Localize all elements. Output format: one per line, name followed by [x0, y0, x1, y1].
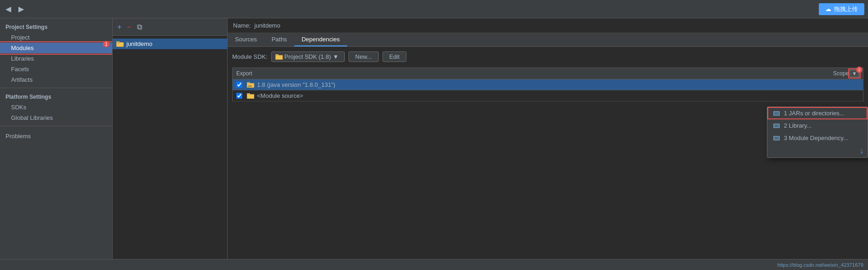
name-row: Name: junitdemo — [228, 18, 868, 33]
module-source-folder-icon — [247, 93, 254, 99]
sidebar-item-sdks[interactable]: SDKs — [0, 102, 112, 112]
content-area: Module SDK: Project SDK (1.8) ▼ New... E… — [228, 47, 868, 259]
tab-sources[interactable]: Sources — [228, 33, 264, 46]
copy-module-button[interactable]: ⧉ — [135, 22, 144, 32]
module-source-export-checkbox[interactable] — [236, 93, 242, 99]
top-toolbar: ◀ ▶ ☁ 拖拽上传 — [0, 0, 868, 18]
dependency-row-jdk[interactable]: jdk 1.8 (java version "1.8.0_131") — [232, 79, 863, 90]
sidebar-item-libraries[interactable]: Libraries — [0, 53, 112, 64]
module-folder-icon — [116, 41, 124, 47]
dropdown-item-jars[interactable]: 1 JARs or directories... — [767, 107, 868, 119]
module-source-label: <Module source> — [257, 92, 303, 99]
sidebar: Project Settings Project Modules 1 Libra… — [0, 18, 113, 259]
right-panel: Name: junitdemo Sources Paths Dependenci… — [228, 18, 868, 259]
module-panel: + − ⧉ junitdemo — [113, 18, 228, 259]
new-button[interactable]: New... — [348, 51, 379, 62]
svg-rect-6 — [276, 56, 282, 59]
svg-rect-13 — [247, 95, 254, 98]
jdk-row-content: jdk 1.8 (java version "1.8.0_131") — [247, 81, 859, 88]
remove-module-button[interactable]: − — [125, 22, 133, 32]
module-name: junitdemo — [126, 40, 152, 47]
svg-rect-15 — [774, 112, 779, 115]
add-dependency-dropdown: 1 JARs or directories... 2 Library... 3 … — [767, 107, 868, 158]
sidebar-artifacts-label: Artifacts — [11, 76, 33, 83]
sidebar-divider-2 — [0, 126, 112, 126]
dependency-row-module-source[interactable]: <Module source> — [232, 90, 863, 101]
sdk-dropdown-arrow-icon: ▼ — [333, 53, 339, 60]
sidebar-project-label: Project — [11, 34, 29, 41]
module-toolbar: + − ⧉ — [113, 18, 227, 36]
dropdown-item-module-dependency[interactable]: 3 Module Dependency... — [767, 132, 868, 144]
sidebar-libraries-label: Libraries — [11, 55, 34, 62]
problems-label: Problems — [6, 133, 31, 140]
svg-rect-19 — [774, 137, 779, 140]
dropdown-arrow-container: ↓ — [767, 144, 868, 158]
sdk-folder-icon — [275, 54, 283, 60]
scope-badge: 2 — [856, 67, 862, 73]
edit-button[interactable]: Edit — [383, 51, 406, 62]
jdk-label: 1.8 (java version "1.8.0_131") — [257, 81, 335, 88]
jars-icon — [773, 110, 780, 117]
sidebar-modules-label: Modules — [11, 45, 34, 51]
jdk-export-checkbox[interactable] — [236, 82, 242, 88]
scope-label: Scope — [833, 70, 849, 77]
sdk-row: Module SDK: Project SDK (1.8) ▼ New... E… — [232, 51, 863, 62]
export-column-header: Export — [236, 70, 804, 77]
sdk-dropdown[interactable]: Project SDK (1.8) ▼ — [271, 51, 345, 62]
tab-dependencies[interactable]: Dependencies — [294, 33, 347, 46]
sidebar-item-project[interactable]: Project — [0, 32, 112, 43]
add-module-button[interactable]: + — [115, 22, 123, 32]
sidebar-item-artifacts[interactable]: Artifacts — [0, 74, 112, 85]
name-field-label: Name: — [233, 22, 251, 29]
upload-cloud-icon: ☁ — [825, 6, 831, 12]
sidebar-item-problems[interactable]: Problems — [0, 129, 112, 141]
sidebar-facets-label: Facets — [11, 66, 29, 73]
module-tree-item-junitdemo[interactable]: junitdemo — [113, 39, 227, 49]
dropdown-item-library[interactable]: 2 Library... — [767, 119, 868, 132]
scope-column-header: Scope ▼ 2 — [804, 70, 859, 77]
dropdown-jars-label: 1 JARs or directories... — [784, 110, 845, 117]
module-dep-icon — [773, 135, 780, 141]
sdk-value: Project SDK (1.8) — [285, 53, 331, 60]
dropdown-library-label: 2 Library... — [784, 122, 811, 129]
tabs-bar: Sources Paths Dependencies — [228, 33, 868, 47]
svg-text:jdk: jdk — [248, 84, 252, 87]
upload-label: 拖拽上传 — [834, 5, 858, 13]
dropdown-down-arrow-icon: ↓ — [860, 146, 864, 155]
platform-settings-title: Platform Settings — [0, 91, 112, 102]
sdk-label: Module SDK: — [232, 53, 268, 60]
sidebar-item-global-libraries[interactable]: Global Libraries — [0, 112, 112, 123]
tab-paths[interactable]: Paths — [264, 33, 294, 46]
svg-rect-3 — [117, 42, 120, 44]
library-icon — [773, 123, 780, 129]
sidebar-sdks-label: SDKs — [11, 104, 26, 111]
toolbar-left: ◀ ▶ — [4, 4, 26, 14]
name-field-value: junitdemo — [254, 22, 280, 29]
status-url: https://blog.csdn.net/weixin_42371679 — [777, 262, 863, 268]
module-tree: junitdemo — [113, 36, 227, 52]
forward-button[interactable]: ▶ — [17, 4, 26, 14]
project-settings-title: Project Settings — [0, 21, 112, 32]
sidebar-global-libraries-label: Global Libraries — [11, 114, 53, 121]
sidebar-item-facets[interactable]: Facets — [0, 64, 112, 74]
jdk-folder-icon: jdk — [247, 82, 254, 88]
dependencies-table-header: Export Scope ▼ 2 — [232, 68, 863, 79]
svg-rect-17 — [774, 124, 779, 127]
main-content: Project Settings Project Modules 1 Libra… — [0, 18, 868, 259]
dropdown-module-dep-label: 3 Module Dependency... — [784, 135, 848, 141]
status-bar: https://blog.csdn.net/weixin_42371679 — [0, 259, 868, 270]
sidebar-divider — [0, 88, 112, 88]
upload-button[interactable]: ☁ 拖拽上传 — [819, 3, 864, 15]
scope-dropdown-button[interactable]: ▼ 2 — [850, 70, 859, 77]
upload-btn-container: ☁ 拖拽上传 — [819, 3, 864, 15]
module-source-row-content: <Module source> — [247, 92, 859, 99]
sidebar-item-modules[interactable]: Modules 1 — [0, 43, 112, 53]
back-button[interactable]: ◀ — [4, 4, 13, 14]
modules-badge: 1 — [103, 41, 109, 47]
